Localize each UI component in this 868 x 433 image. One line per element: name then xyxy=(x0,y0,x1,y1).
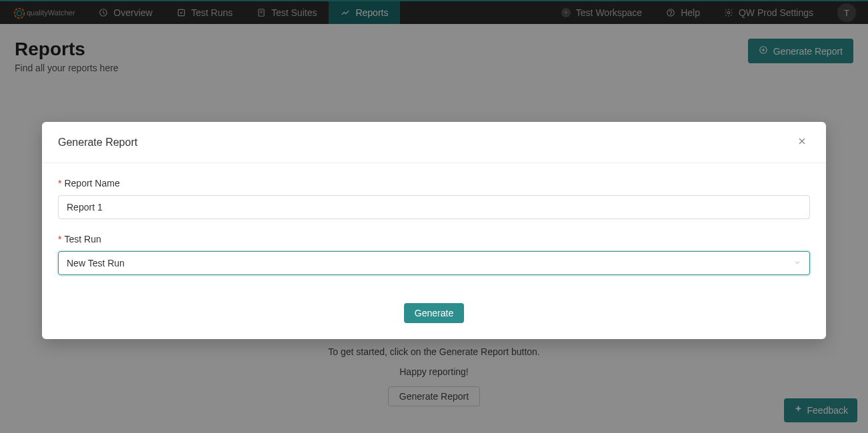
label-text: Report Name xyxy=(64,178,119,189)
test-run-select[interactable]: New Test Run xyxy=(58,251,810,275)
close-icon xyxy=(797,139,807,149)
required-marker: * xyxy=(58,234,61,244)
select-value: New Test Run xyxy=(67,258,125,268)
test-run-label: *Test Run xyxy=(58,234,810,244)
required-marker: * xyxy=(58,178,61,189)
modal-body: *Report Name *Test Run New Test Run xyxy=(42,163,826,296)
modal-header: Generate Report xyxy=(42,122,826,163)
report-name-label: *Report Name xyxy=(58,178,810,189)
modal-overlay[interactable]: Generate Report *Report Name *Test Run N… xyxy=(0,0,868,433)
close-button[interactable] xyxy=(794,133,810,151)
report-name-group: *Report Name xyxy=(58,178,810,219)
test-run-group: *Test Run New Test Run xyxy=(58,234,810,275)
label-text: Test Run xyxy=(64,234,101,244)
generate-report-modal: Generate Report *Report Name *Test Run N… xyxy=(42,122,826,339)
report-name-input[interactable] xyxy=(58,195,810,219)
chevron-down-icon xyxy=(793,258,801,268)
generate-button[interactable]: Generate xyxy=(404,303,464,323)
modal-footer: Generate xyxy=(42,296,826,339)
modal-title: Generate Report xyxy=(58,137,137,149)
